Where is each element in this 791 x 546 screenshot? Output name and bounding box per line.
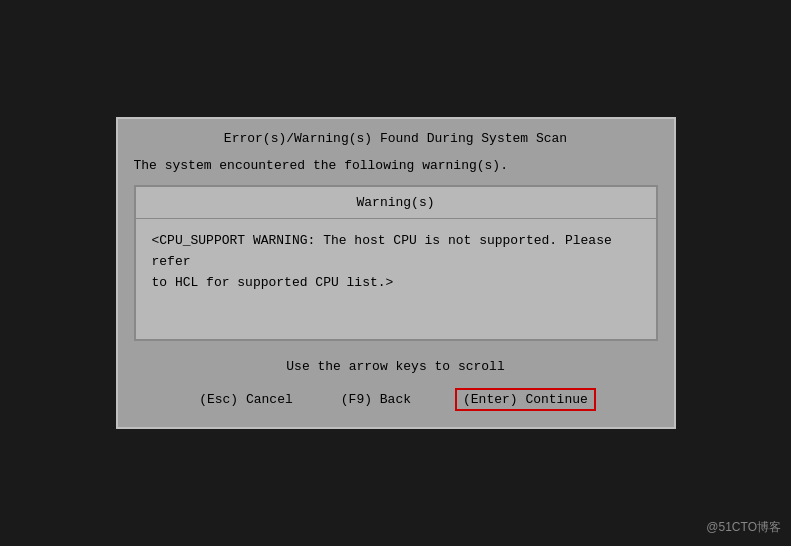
dialog-buttons: (Esc) Cancel (F9) Back (Enter) Continue: [118, 378, 674, 427]
main-dialog: Error(s)/Warning(s) Found During System …: [116, 117, 676, 429]
dialog-subtitle: The system encountered the following war…: [118, 154, 674, 185]
dialog-title: Error(s)/Warning(s) Found During System …: [118, 119, 674, 154]
continue-button[interactable]: (Enter) Continue: [455, 388, 596, 411]
warning-box-content: <CPU_SUPPORT WARNING: The host CPU is no…: [136, 219, 656, 339]
watermark: @51CTO博客: [706, 519, 781, 536]
warning-box-title: Warning(s): [136, 187, 656, 219]
back-button[interactable]: (F9) Back: [337, 388, 415, 411]
cancel-button[interactable]: (Esc) Cancel: [195, 388, 297, 411]
warning-box: Warning(s) <CPU_SUPPORT WARNING: The hos…: [134, 185, 658, 341]
scroll-hint: Use the arrow keys to scroll: [118, 349, 674, 378]
